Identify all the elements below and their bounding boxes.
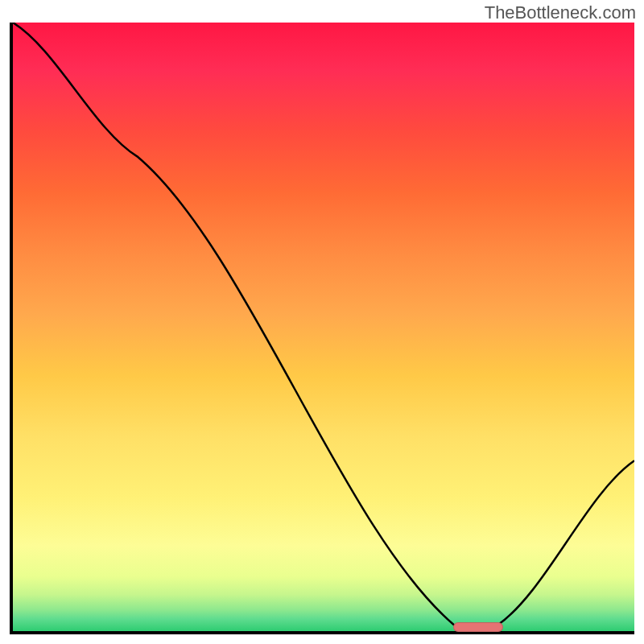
optimal-range-marker (453, 622, 503, 632)
chart-plot-area (10, 23, 634, 634)
chart-background-gradient (13, 23, 634, 631)
watermark-text: TheBottleneck.com (485, 2, 636, 23)
